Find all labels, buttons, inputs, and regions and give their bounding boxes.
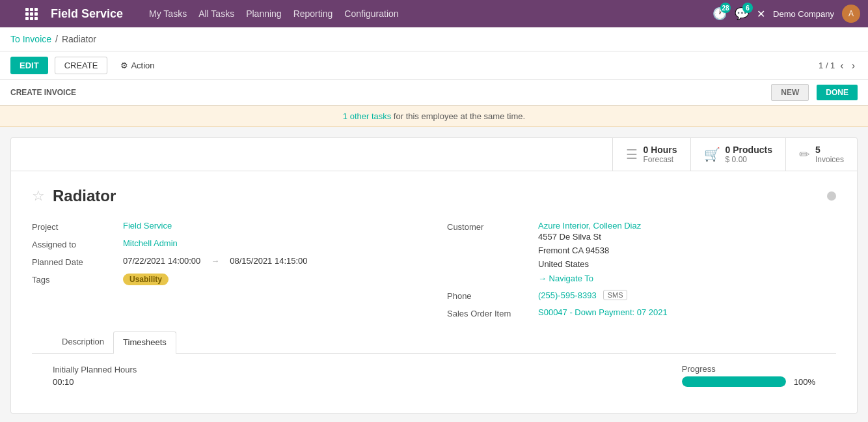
status-dot <box>827 191 836 201</box>
address-line2: Fremont CA 94538 <box>538 244 641 258</box>
sms-button[interactable]: SMS <box>603 290 628 300</box>
planned-hours-value[interactable]: 00:10 <box>53 377 137 387</box>
clock-count: 28 <box>720 3 731 13</box>
alert-text: for this employee at the same time. <box>391 111 525 121</box>
form-right: Customer Azure Interior, Colleen Diaz 45… <box>447 221 836 318</box>
phone-label: Phone <box>447 290 532 301</box>
record-title: Radiator <box>53 187 116 205</box>
svg-rect-4 <box>30 12 33 16</box>
action-gear-icon: ⚙ <box>120 61 128 70</box>
assigned-label: Assigned to <box>32 238 116 249</box>
clock-badge[interactable]: 🕐 28 <box>712 7 727 21</box>
create-invoice-label: CREATE INVOICE <box>10 88 76 97</box>
app-title: Field Service <box>51 7 123 21</box>
phone-value[interactable]: (255)-595-8393 <box>538 290 597 300</box>
action-button[interactable]: ⚙ Action <box>114 57 161 74</box>
nav-planning[interactable]: Planning <box>246 8 282 19</box>
nav-my-tasks[interactable]: My Tasks <box>149 8 187 19</box>
tag-usability[interactable]: Usability <box>123 274 169 285</box>
hours-main: 0 Hours <box>643 145 677 155</box>
field-sales-order: Sales Order Item S00047 - Down Payment: … <box>447 307 836 318</box>
nav-reporting[interactable]: Reporting <box>293 8 333 19</box>
pagination-text: 1 / 1 <box>819 61 835 70</box>
field-assigned: Assigned to Mitchell Admin <box>32 238 421 249</box>
create-button[interactable]: CREATE <box>55 57 108 74</box>
phone-row: (255)-595-8393 SMS <box>538 290 627 300</box>
hours-icon: ☰ <box>626 147 638 162</box>
chat-count: 6 <box>742 3 753 13</box>
breadcrumb-parent[interactable]: To Invoice <box>10 34 51 44</box>
planned-hours-field: Initially Planned Hours 00:10 <box>53 365 137 387</box>
chat-badge[interactable]: 💬 6 <box>735 7 749 21</box>
apps-icon[interactable] <box>25 7 38 20</box>
next-page-button[interactable]: › <box>849 59 858 73</box>
ts-row: Initially Planned Hours 00:10 Progress 1… <box>53 364 815 387</box>
svg-rect-0 <box>25 8 29 11</box>
products-icon: 🛒 <box>704 147 720 162</box>
customer-label: Customer <box>447 221 532 232</box>
topnav-right: 🕐 28 💬 6 ✕ Demo Company A <box>712 5 860 23</box>
company-name: Demo Company <box>773 9 834 19</box>
progress-container: 100% <box>682 376 815 387</box>
progress-percentage: 100% <box>794 377 815 387</box>
timesheets-content: Initially Planned Hours 00:10 Progress 1… <box>32 354 836 397</box>
pagination: 1 / 1 ‹ › <box>819 59 858 73</box>
nav-all-tasks[interactable]: All Tasks <box>198 8 234 19</box>
assigned-value[interactable]: Mitchell Admin <box>123 238 178 248</box>
tabs-bar: Description Timesheets <box>32 331 836 354</box>
progress-bar-background <box>682 376 786 387</box>
field-tags: Tags Usability <box>32 274 421 285</box>
navigate-to[interactable]: → Navigate To <box>538 274 641 283</box>
status-done-button[interactable]: DONE <box>817 85 858 100</box>
star-icon[interactable]: ☆ <box>32 188 45 204</box>
alert-link[interactable]: 1 other tasks <box>343 111 391 121</box>
project-value[interactable]: Field Service <box>123 221 172 231</box>
status-bar: CREATE INVOICE NEW DONE <box>0 80 868 106</box>
date-arrow: → <box>211 256 219 266</box>
tab-description[interactable]: Description <box>53 331 113 353</box>
field-phone: Phone (255)-595-8393 SMS <box>447 290 836 301</box>
planned-date-end[interactable]: 08/15/2021 14:15:00 <box>230 256 307 266</box>
form-left: Project Field Service Assigned to Mitche… <box>32 221 421 318</box>
products-sub: $ 0.00 <box>726 155 772 164</box>
invoices-icon: ✏ <box>799 147 810 162</box>
action-label: Action <box>131 61 154 70</box>
record-card: ☰ 0 Hours Forecast 🛒 0 Products $ 0.00 ✏… <box>10 137 858 414</box>
nav-configuration[interactable]: Configuration <box>344 8 398 19</box>
tab-timesheets[interactable]: Timesheets <box>113 331 176 354</box>
breadcrumb-current: Radiator <box>62 34 96 44</box>
svg-rect-5 <box>34 12 38 16</box>
record-title-row: ☆ Radiator <box>32 187 836 205</box>
svg-rect-3 <box>25 12 29 16</box>
top-navigation: ⁢⁢⁢⁢ Field Service My Tasks All Tasks Pl… <box>0 0 868 27</box>
planned-date-label: Planned Date <box>32 256 116 267</box>
field-customer: Customer Azure Interior, Colleen Diaz 45… <box>447 221 836 283</box>
status-new-button[interactable]: NEW <box>771 84 809 101</box>
user-avatar[interactable]: A <box>842 5 860 23</box>
customer-name[interactable]: Azure Interior, Colleen Diaz <box>538 221 641 231</box>
progress-field: Progress 100% <box>682 364 815 387</box>
invoices-sub: Invoices <box>815 155 844 164</box>
main-area: ☰ 0 Hours Forecast 🛒 0 Products $ 0.00 ✏… <box>0 127 868 422</box>
invoices-main: 5 <box>815 145 844 155</box>
edit-button[interactable]: EDIT <box>10 57 48 74</box>
svg-rect-6 <box>25 17 29 20</box>
address-line1: 4557 De Silva St <box>538 231 641 244</box>
stat-invoices[interactable]: ✏ 5 Invoices <box>785 138 857 171</box>
close-icon[interactable]: ✕ <box>757 8 765 20</box>
stat-products[interactable]: 🛒 0 Products $ 0.00 <box>690 138 785 171</box>
card-body: ☆ Radiator Project Field Service Assigne… <box>11 171 857 413</box>
sales-order-value[interactable]: S00047 - Down Payment: 07 2021 <box>538 307 668 317</box>
sales-order-label: Sales Order Item <box>447 307 532 318</box>
tags-label: Tags <box>32 274 116 285</box>
prev-page-button[interactable]: ‹ <box>837 59 846 73</box>
stat-hours-forecast[interactable]: ☰ 0 Hours Forecast <box>612 138 690 171</box>
address-line3: United States <box>538 258 641 272</box>
field-planned-date: Planned Date 07/22/2021 14:00:00 → 08/15… <box>32 256 421 267</box>
customer-details: Azure Interior, Colleen Diaz 4557 De Sil… <box>538 221 641 283</box>
planned-date-start[interactable]: 07/22/2021 14:00:00 <box>123 256 200 266</box>
svg-rect-1 <box>30 8 33 11</box>
toolbar: EDIT CREATE ⚙ Action 1 / 1 ‹ › <box>0 51 868 80</box>
alert-banner: 1 other tasks for this employee at the s… <box>0 106 868 127</box>
field-project: Project Field Service <box>32 221 421 232</box>
